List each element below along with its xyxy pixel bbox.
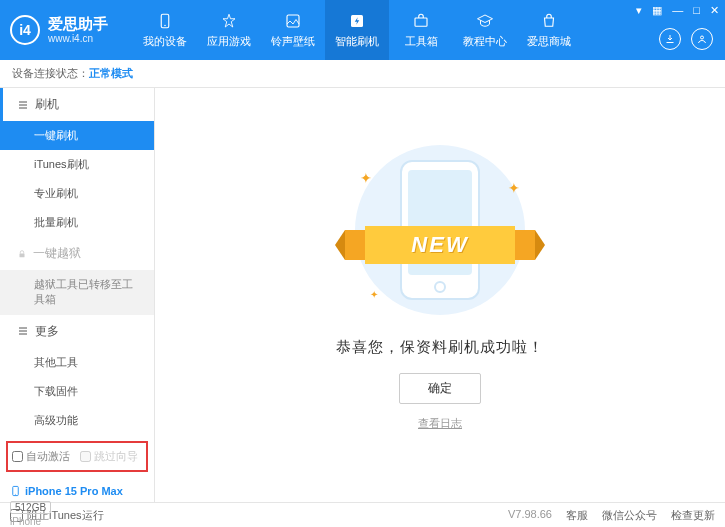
version-label: V7.98.66 <box>508 508 552 523</box>
device-icon <box>156 12 174 30</box>
new-ribbon: NEW <box>355 225 525 265</box>
status-label: 设备连接状态： <box>12 66 89 81</box>
sidebar-item-jailbreak-note[interactable]: 越狱工具已转移至工具箱 <box>0 270 154 315</box>
logo-area: i4 爱思助手 www.i4.cn <box>10 15 108 45</box>
download-button[interactable] <box>659 28 681 50</box>
status-bar: 设备连接状态： 正常模式 <box>0 60 725 88</box>
sidebar: 刷机 一键刷机 iTunes刷机 专业刷机 批量刷机 一键越狱 越狱工具已转移至… <box>0 88 155 502</box>
svg-point-8 <box>15 494 16 495</box>
menu-icon[interactable]: ▾ <box>636 4 642 17</box>
header-right-buttons <box>659 28 713 50</box>
sidebar-item-itunes-flash[interactable]: iTunes刷机 <box>0 150 154 179</box>
device-info: iPhone 15 Pro Max 512GB iPhone <box>0 478 154 527</box>
sidebar-section-more[interactable]: 更多 <box>0 315 154 348</box>
flash-icon <box>348 12 366 30</box>
phone-icon <box>10 484 21 498</box>
sidebar-item-pro-flash[interactable]: 专业刷机 <box>0 179 154 208</box>
svg-rect-4 <box>415 18 427 26</box>
checkbox-skip-guide[interactable]: 跳过向导 <box>80 449 138 464</box>
tab-tutorial[interactable]: 教程中心 <box>453 0 517 60</box>
tab-ringtone-wallpaper[interactable]: 铃声壁纸 <box>261 0 325 60</box>
toolbox-icon <box>412 12 430 30</box>
footer-right: V7.98.66 客服 微信公众号 检查更新 <box>508 508 715 523</box>
app-name: 爱思助手 <box>48 16 108 33</box>
tab-smart-flash[interactable]: 智能刷机 <box>325 0 389 60</box>
list-icon <box>17 99 29 111</box>
footer-link-support[interactable]: 客服 <box>566 508 588 523</box>
status-mode: 正常模式 <box>89 66 133 81</box>
device-storage: 512GB <box>10 501 51 514</box>
minimize-icon[interactable]: — <box>672 4 683 17</box>
mall-icon <box>540 12 558 30</box>
view-log-link[interactable]: 查看日志 <box>418 416 462 431</box>
confirm-button[interactable]: 确定 <box>399 373 481 404</box>
tab-mall[interactable]: 爱思商城 <box>517 0 581 60</box>
success-message: 恭喜您，保资料刷机成功啦！ <box>336 338 544 357</box>
svg-point-1 <box>164 24 166 26</box>
sidebar-item-other-tools[interactable]: 其他工具 <box>0 348 154 377</box>
svg-point-5 <box>701 36 704 39</box>
svg-rect-6 <box>20 253 25 257</box>
tutorial-icon <box>476 12 494 30</box>
sidebar-item-download-firmware[interactable]: 下载固件 <box>0 377 154 406</box>
logo-icon: i4 <box>10 15 40 45</box>
app-url: www.i4.cn <box>48 33 108 44</box>
sidebar-section-jailbreak: 一键越狱 <box>0 237 154 270</box>
sidebar-item-batch-flash[interactable]: 批量刷机 <box>0 208 154 237</box>
window-controls: ▾ ▦ — □ ✕ <box>636 4 719 17</box>
more-icon <box>17 325 29 337</box>
checkbox-highlight-box: 自动激活 跳过向导 <box>6 441 148 472</box>
device-name[interactable]: iPhone 15 Pro Max <box>10 484 144 498</box>
main-area: 刷机 一键刷机 iTunes刷机 专业刷机 批量刷机 一键越狱 越狱工具已转移至… <box>0 88 725 502</box>
footer-link-wechat[interactable]: 微信公众号 <box>602 508 657 523</box>
sidebar-item-oneclick-flash[interactable]: 一键刷机 <box>0 121 154 150</box>
skin-icon[interactable]: ▦ <box>652 4 662 17</box>
lock-icon <box>17 249 27 259</box>
checkbox-auto-activate[interactable]: 自动激活 <box>12 449 70 464</box>
footer-link-update[interactable]: 检查更新 <box>671 508 715 523</box>
device-type: iPhone <box>10 516 144 527</box>
content-area: ✦ ✦ ✦ NEW 恭喜您，保资料刷机成功啦！ 确定 查看日志 <box>155 88 725 502</box>
apps-icon <box>220 12 238 30</box>
sidebar-section-flash[interactable]: 刷机 <box>0 88 154 121</box>
tab-apps-games[interactable]: 应用游戏 <box>197 0 261 60</box>
app-header: i4 爱思助手 www.i4.cn 我的设备 应用游戏 铃声壁纸 智能刷机 工具… <box>0 0 725 60</box>
top-tabs: 我的设备 应用游戏 铃声壁纸 智能刷机 工具箱 教程中心 爱思商城 <box>133 0 581 60</box>
sidebar-item-advanced[interactable]: 高级功能 <box>0 406 154 435</box>
maximize-icon[interactable]: □ <box>693 4 700 17</box>
user-button[interactable] <box>691 28 713 50</box>
tab-toolbox[interactable]: 工具箱 <box>389 0 453 60</box>
close-icon[interactable]: ✕ <box>710 4 719 17</box>
success-illustration: ✦ ✦ ✦ NEW <box>330 140 550 320</box>
logo-text: 爱思助手 www.i4.cn <box>48 16 108 44</box>
tab-my-device[interactable]: 我的设备 <box>133 0 197 60</box>
wallpaper-icon <box>284 12 302 30</box>
